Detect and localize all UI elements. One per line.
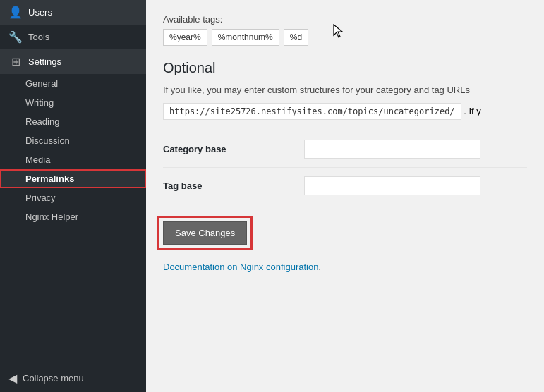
tag-year[interactable]: %year% — [163, 29, 207, 46]
sidebar-item-settings[interactable]: ⊞ Settings — [0, 49, 146, 74]
save-changes-wrapper: Save Changes — [163, 221, 247, 245]
settings-form-table: Category base Tag base — [163, 131, 527, 204]
tag-base-row: Tag base — [163, 167, 527, 204]
available-tags-label: Available tags: — [163, 14, 527, 25]
optional-section: Optional If you like, you may enter cust… — [163, 60, 527, 131]
tag-monthnum[interactable]: %monthnum% — [212, 29, 279, 46]
collapse-menu-button[interactable]: ◀ Collapse menu — [0, 365, 146, 392]
documentation-link[interactable]: Documentation on Nginx configuration — [163, 262, 318, 272]
category-base-label: Category base — [163, 131, 304, 168]
sidebar-item-settings-label: Settings — [28, 56, 61, 67]
code-url-line: https://site25726.nestifysites.com/topic… — [163, 103, 527, 131]
tags-container: %year% %monthnum% %d — [163, 29, 527, 46]
sidebar-item-general[interactable]: General — [0, 74, 146, 93]
tag-base-cell — [304, 167, 527, 204]
users-icon: 👤 — [8, 6, 23, 19]
sidebar-item-tools[interactable]: 🔧 Tools — [0, 25, 146, 49]
category-base-row: Category base — [163, 131, 527, 168]
optional-title: Optional — [163, 60, 527, 76]
sidebar-item-reading[interactable]: Reading — [0, 112, 146, 131]
tag-base-label: Tag base — [163, 167, 304, 204]
sidebar-item-users-label: Users — [28, 7, 52, 18]
settings-submenu: General Writing Reading Discussion Media… — [0, 74, 146, 226]
available-tags-section: Available tags: %year% %monthnum% %d — [163, 14, 527, 46]
sidebar: 👤 Users 🔧 Tools ⊞ Settings General Writi… — [0, 0, 146, 392]
sidebar-item-discussion[interactable]: Discussion — [0, 131, 146, 150]
main-area: Available tags: %year% %monthnum% %d Opt… — [146, 0, 544, 392]
category-base-cell — [304, 131, 527, 168]
code-url: https://site25726.nestifysites.com/topic… — [163, 103, 461, 120]
sidebar-item-writing[interactable]: Writing — [0, 93, 146, 112]
category-base-input[interactable] — [304, 140, 480, 159]
doc-suffix: . — [318, 262, 321, 272]
sidebar-item-media[interactable]: Media — [0, 150, 146, 169]
tag-base-input[interactable] — [304, 176, 480, 195]
sidebar-item-users[interactable]: 👤 Users — [0, 0, 146, 25]
main-content: Available tags: %year% %monthnum% %d Opt… — [146, 0, 544, 392]
sidebar-item-tools-label: Tools — [28, 32, 49, 42]
tools-icon: 🔧 — [8, 30, 23, 44]
settings-icon: ⊞ — [8, 55, 23, 68]
optional-description: If you like, you may enter custom struct… — [163, 83, 527, 97]
sidebar-item-permalinks[interactable]: Permalinks — [0, 169, 146, 188]
documentation-section: Documentation on Nginx configuration. — [163, 262, 527, 272]
sidebar-item-privacy[interactable]: Privacy — [0, 188, 146, 207]
save-changes-button[interactable]: Save Changes — [163, 221, 247, 245]
tag-day[interactable]: %d — [284, 29, 308, 46]
collapse-icon: ◀ — [8, 372, 17, 385]
sidebar-item-nginx-helper[interactable]: Nginx Helper — [0, 207, 146, 226]
code-suffix: . If y — [464, 106, 481, 116]
